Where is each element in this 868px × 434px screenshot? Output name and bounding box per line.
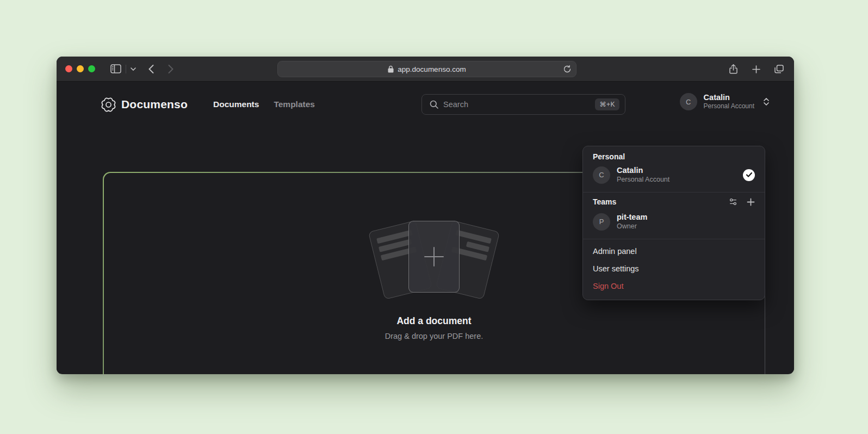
team-item[interactable]: P pit-team Owner: [583, 208, 765, 235]
menu-actions: Admin panel User settings Sign Out: [583, 239, 765, 300]
app-header: Documenso Documents Templates ⌘+K C Cata…: [57, 82, 794, 127]
account-type: Personal Account: [617, 175, 669, 184]
selected-check-icon: [743, 169, 755, 181]
document-stack-illustration: [366, 219, 502, 301]
brand-name: Documenso: [121, 98, 188, 111]
browser-toolbar: app.documenso.com: [57, 57, 794, 82]
sidebar-chevron-down-icon[interactable]: [128, 61, 138, 77]
personal-account-item[interactable]: C Catalin Personal Account: [583, 161, 765, 189]
account-name: Catalin: [617, 166, 669, 175]
avatar: C: [593, 166, 610, 184]
text-line-bar: [455, 230, 491, 244]
account-name: Catalin: [704, 93, 754, 102]
browser-window: app.documenso.com: [57, 57, 794, 374]
new-tab-icon[interactable]: [748, 61, 764, 77]
address-bar-url: app.documenso.com: [398, 65, 466, 73]
zoom-window-button[interactable]: [88, 65, 95, 72]
personal-section: Personal C Catalin Personal Account: [583, 146, 765, 192]
search-bar[interactable]: ⌘+K: [421, 94, 625, 115]
team-name: pit-team: [617, 213, 647, 222]
account-type: Personal Account: [704, 102, 754, 110]
reload-icon[interactable]: [563, 65, 571, 73]
documenso-logo-icon: [101, 97, 116, 112]
toolbar-divider: [126, 65, 126, 73]
window-controls: [65, 65, 95, 72]
tab-overview-icon[interactable]: [771, 61, 786, 77]
nav-item-templates[interactable]: Templates: [274, 100, 315, 109]
teams-section-label: Teams: [593, 197, 720, 206]
close-window-button[interactable]: [65, 65, 72, 72]
sidebar-toggle-icon[interactable]: [108, 61, 123, 77]
search-shortcut-badge: ⌘+K: [595, 98, 619, 110]
chevrons-up-down-icon: [763, 97, 770, 106]
team-role: Owner: [617, 222, 647, 231]
teams-section: Teams P pit-team Owner: [583, 193, 765, 239]
teams-section-header: Teams: [583, 193, 765, 208]
plus-icon: [423, 245, 445, 268]
create-team-icon[interactable]: [747, 198, 755, 206]
minimize-window-button[interactable]: [77, 65, 84, 72]
account-menu-trigger[interactable]: C Catalin Personal Account: [680, 93, 770, 110]
main-nav: Documents Templates: [213, 100, 315, 109]
document-card-center: [408, 221, 460, 293]
personal-section-label: Personal: [583, 152, 765, 161]
address-bar[interactable]: app.documenso.com: [277, 61, 576, 77]
manage-teams-icon[interactable]: [729, 197, 737, 206]
lock-icon: [388, 65, 394, 73]
avatar: C: [680, 93, 697, 110]
app-content: Documenso Documents Templates ⌘+K C Cata…: [57, 82, 794, 374]
account-dropdown-menu: Personal C Catalin Personal Account Team…: [582, 146, 765, 300]
back-button-icon[interactable]: [144, 61, 159, 77]
dropzone-title: Add a document: [396, 315, 471, 327]
share-icon[interactable]: [726, 61, 741, 77]
search-input[interactable]: [443, 100, 590, 109]
toolbar-right-controls: [726, 57, 786, 82]
search-icon: [430, 100, 438, 109]
dropzone-subtitle: Drag & drop your PDF here.: [385, 332, 483, 340]
nav-item-documents[interactable]: Documents: [213, 100, 259, 109]
menu-item-admin-panel[interactable]: Admin panel: [583, 243, 765, 260]
avatar: P: [593, 213, 610, 231]
menu-item-sign-out[interactable]: Sign Out: [583, 277, 765, 295]
brand[interactable]: Documenso: [101, 97, 188, 112]
forward-button-icon[interactable]: [163, 61, 178, 77]
menu-item-user-settings[interactable]: User settings: [583, 260, 765, 277]
